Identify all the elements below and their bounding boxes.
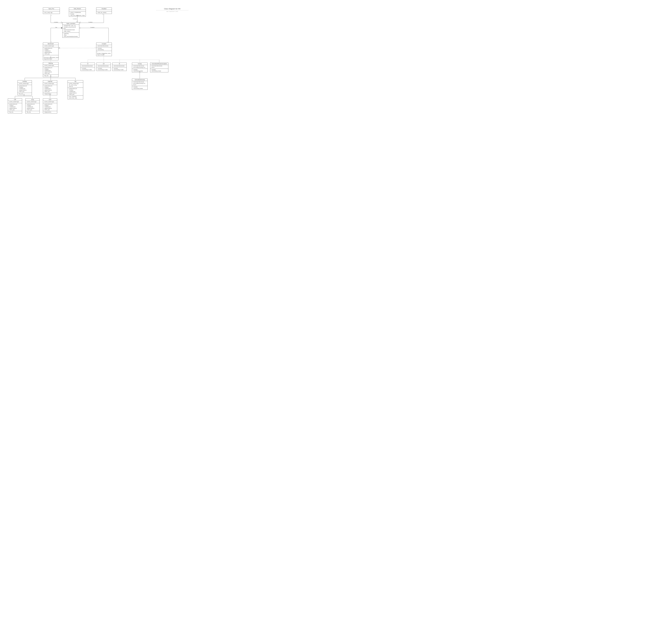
class-onemax[interactable]: OneMax - current_solution:type + goal(so… — [17, 80, 32, 95]
class-benchmark[interactable]: Benchmark - current_solution:type + goal… — [43, 43, 59, 60]
class-hyper-heuristics[interactable]: Hyper_Heuristics + acceptors:list = ['am… — [62, 22, 79, 38]
class-visualiser[interactable]: Visualiser + draw_bar_charts() — [96, 7, 112, 14]
class-data-restore[interactable]: Data_Restore + dump_to_file(filename, **… — [69, 7, 86, 16]
ops: + goal(solution):int + mutate(): + mutat… — [68, 88, 83, 96]
class-name: Bitstring — [43, 62, 58, 65]
class-name: Hyper_Heuristics — [63, 23, 79, 25]
ops: + accept(): + benchmark() # setter — [112, 67, 127, 71]
class-grg[interactable]: GeneralisedRandomGradient - benchmark:Be… — [150, 63, 168, 72]
svg-text:1: 1 — [76, 21, 77, 22]
svg-text:Contains: Contains — [91, 27, 95, 28]
ops: + goal(solution):int + mutate(): + mutat… — [43, 67, 58, 75]
class-name: Jump — [26, 99, 39, 101]
class-name: OI — [81, 63, 95, 65]
svg-text:1: 1 — [80, 22, 80, 22]
class-cliff[interactable]: Cliff - current_solution:type + goal(sol… — [8, 99, 22, 113]
diagram-canvas: Class Diagram for HH flyth | September 9… — [0, 0, 194, 129]
class-input-proc[interactable]: Input_Proc + proc_cmd(): rags — [43, 7, 60, 14]
class-ie[interactable]: IE - benchmark:Benchmark + accept(): + b… — [112, 63, 127, 71]
ops: + goal(solution):int + mutate(): + mutat… — [8, 103, 22, 111]
attrs: - benchmark:Benchmark - tau:int — [150, 65, 168, 69]
svg-text:1: 1 — [95, 47, 96, 48]
class-name: OneMax — [18, 80, 32, 83]
class-name: Greedy — [132, 63, 147, 65]
attrs: - benchmark:Benchmark - pool:multiproces… — [132, 65, 147, 69]
ops2: + proc_contents() + print_inner_var() — [68, 96, 83, 99]
class-name: Data_Restore — [69, 8, 86, 10]
class-name: Input_Proc — [43, 8, 60, 10]
class-name: GeneralisedGreedy — [132, 79, 147, 81]
attrs: - benchmark:Benchmark - pool:multiproces… — [132, 81, 147, 86]
class-name: Cliff — [8, 99, 22, 101]
ops2: + ridge(solution) — [43, 111, 57, 113]
attrs: - current_solution:type — [26, 101, 39, 103]
ops2: + flip_n(n) — [43, 75, 58, 77]
ops: + accept(): + benchmark() # setter — [81, 67, 95, 71]
svg-text:1: 1 — [102, 14, 103, 15]
attrs: - current_solution:type — [18, 83, 32, 85]
ops: + dump_to_file(filename, **kwargs) + loa… — [69, 11, 86, 16]
attrs: - current_solution:type - file_name: str… — [68, 83, 83, 88]
attrs: - current_solution:type — [43, 83, 57, 85]
ops: + goal(solution):int + mutate(): + mutat… — [26, 103, 39, 111]
svg-text:1: 1 — [51, 15, 52, 16]
ops: + draw_bar_charts() — [96, 11, 112, 14]
ops: + accept(): + benchmark() #setter — [150, 69, 168, 72]
ops2: + flip_n(n) — [18, 93, 32, 95]
attrs: - benchmark:Benchmark — [112, 65, 127, 67]
class-name: GapPath — [43, 80, 57, 83]
class-bitstring[interactable]: Bitstring - current_solution:type + goal… — [43, 62, 59, 77]
ops2: + ridge(solution) — [43, 93, 57, 95]
class-ggp[interactable]: GGP - current_solution:type + goal(solut… — [43, 99, 57, 113]
ops2: + flip_n(n) — [26, 111, 39, 113]
ops: + goal(solution):int + mutate(): + mutat… — [18, 85, 32, 93]
class-gen-greedy[interactable]: GeneralisedGreedy - benchmark:Benchmark … — [132, 79, 148, 90]
ops: + proc_cmd(): rags — [43, 11, 60, 14]
ops: + accept(): + benchmark() #setter — [132, 69, 147, 72]
class-acceptor[interactable]: Acceptor - benchmark:Benchmark + accept(… — [96, 43, 112, 56]
svg-text:1..*: 1..* — [107, 41, 108, 42]
class-name: Benchmark — [43, 43, 58, 45]
ops2: + acceptor_factory(class_name, *args): A… — [96, 51, 112, 56]
ops: + accept(): + benchmark() — [96, 47, 112, 51]
attrs — [43, 10, 60, 11]
diagram-title: Class Diagram for HH — [156, 8, 188, 10]
class-am[interactable]: AM - benchmark:Benchmark + accept(): + b… — [97, 63, 111, 71]
ops: + optimize() - step() - reset_benchmark(… — [63, 33, 79, 38]
ops: + accept(): + benchmark() # setter — [97, 67, 111, 71]
class-jump[interactable]: Jump - current_solution:type + goal(solu… — [25, 99, 40, 113]
attrs: - current_solution:type — [43, 65, 58, 67]
svg-text:Contains: Contains — [88, 22, 93, 23]
ops: + goal(solution):int + mutate(): + mutat… — [43, 103, 57, 111]
attrs: - current_solution:type — [43, 101, 57, 103]
ops: + goal(solution):int + mutate(): + mutat… — [43, 85, 57, 93]
attrs — [96, 10, 112, 11]
attrs: + acceptors:list = ['am', 'oi'] + accept… — [63, 25, 79, 33]
attrs — [69, 10, 86, 11]
svg-text:Has: Has — [55, 27, 57, 28]
svg-text:Contains: Contains — [73, 18, 77, 20]
class-name: GGP — [43, 99, 57, 101]
svg-text:1: 1 — [51, 41, 51, 42]
attrs: - current_solution:type — [43, 45, 58, 47]
class-name: AM — [97, 63, 111, 65]
class-name: GeneralisedRandomGradient — [150, 63, 168, 65]
ops2: + benchmark_factory(class_name, *args):B… — [43, 55, 58, 60]
class-oi[interactable]: OI - benchmark:Benchmark + accept(): + b… — [81, 63, 95, 71]
label-contains: Contains — [54, 22, 58, 23]
class-name: IE — [112, 63, 127, 65]
attrs: - current_solution:type — [8, 101, 22, 103]
ops: + accept(): + benchmark() #setter — [132, 86, 147, 90]
class-name: Visualiser — [96, 8, 112, 10]
svg-text:1: 1 — [59, 47, 60, 48]
class-name: Sat — [68, 80, 83, 83]
svg-text:1: 1 — [61, 22, 62, 22]
attrs: - benchmark:Benchmark — [97, 65, 111, 67]
ops: + goal(solution):int + mutate(): + mutat… — [43, 47, 58, 55]
class-name: Acceptor — [96, 43, 112, 45]
class-greedy[interactable]: Greedy - benchmark:Benchmark - pool:mult… — [132, 63, 148, 72]
ops2: + flip_n(n) — [8, 111, 22, 113]
class-gappath[interactable]: GapPath - current_solution:type + goal(s… — [43, 80, 57, 95]
title-block: Class Diagram for HH flyth | September 9… — [156, 8, 188, 12]
class-sat[interactable]: Sat - current_solution:type - file_name:… — [68, 80, 83, 100]
